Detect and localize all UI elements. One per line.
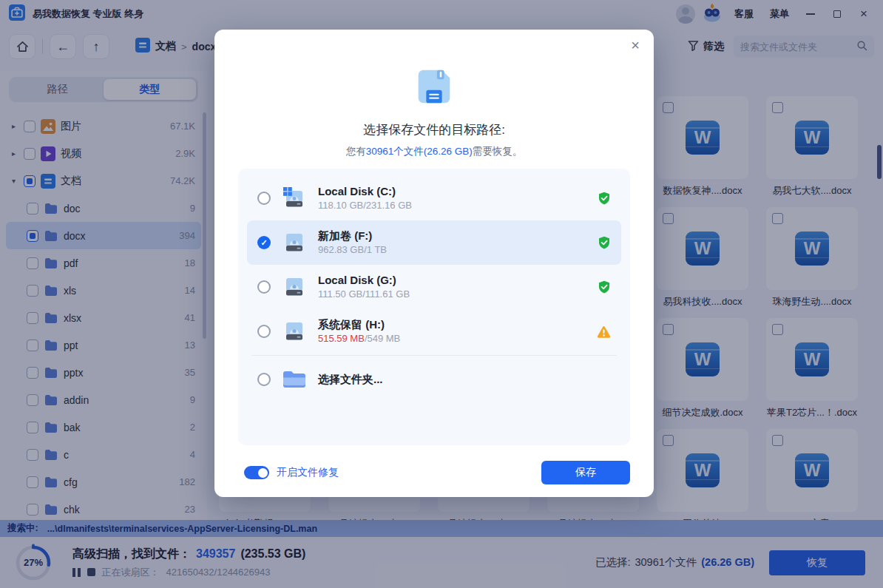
radio-button[interactable] [257,325,271,338]
radio-button[interactable] [257,373,271,386]
radio-button[interactable] [257,280,271,294]
drive-size: 118.10 GB/231.16 GB [318,199,412,212]
drive-total-space: /1 TB [364,244,387,255]
drive-icon [282,276,307,298]
shield-ok-icon [598,236,611,249]
dialog-footer: 开启文件修复 保存 [244,460,630,485]
drive-list: Local Disk (C:)118.10 GB/231.16 GB✓新加卷 (… [238,169,630,445]
save-button[interactable]: 保存 [541,461,630,484]
drive-size: 111.50 GB/111.61 GB [318,288,410,301]
file-repair-toggle-group: 开启文件修复 [244,466,339,479]
drive-free-space: 111.50 GB [318,288,362,300]
subtitle-suffix: 需要恢复。 [473,146,523,157]
drive-name: 选择文件夹... [318,372,383,387]
divider [251,355,617,356]
drive-option-4[interactable]: 系统保留 (H:)515.59 MB/549 MB [247,309,621,354]
drive-size: 962.83 GB/1 TB [318,243,387,257]
floppy-disk-icon [411,64,457,112]
save-destination-dialog: × 选择保存文件的目标路径: 您有30961个文件(26.26 GB)需要恢复。… [214,30,654,497]
dialog-close-icon[interactable]: × [626,36,645,55]
drive-total-space: /111.61 GB [362,288,410,300]
drive-info: 选择文件夹... [318,372,383,387]
drive-info: 新加卷 (F:)962.83 GB/1 TB [318,229,387,256]
shield-ok-icon [598,280,611,294]
drive-free-space: 962.83 GB [318,244,364,255]
folder-icon [282,369,307,390]
subtitle-highlight: 30961个文件(26.26 GB) [366,146,473,157]
drive-free-space: 118.10 GB [318,200,363,211]
drive-option-5[interactable]: 选择文件夹... [247,357,621,402]
drive-info: Local Disk (G:)111.50 GB/111.61 GB [318,273,410,300]
drive-info: 系统保留 (H:)515.59 MB/549 MB [318,317,400,345]
drive-icon [282,187,307,209]
drive-option-3[interactable]: Local Disk (G:)111.50 GB/111.61 GB [247,265,621,309]
drive-name: 新加卷 (F:) [318,229,387,243]
drive-name: Local Disk (G:) [318,273,410,288]
subtitle-prefix: 您有 [346,146,366,157]
drive-option-1[interactable]: Local Disk (C:)118.10 GB/231.16 GB [247,176,621,220]
warning-icon [597,325,611,338]
drive-name: 系统保留 (H:) [318,317,400,332]
drive-total-space: /549 MB [365,333,400,344]
radio-button[interactable]: ✓ [257,236,271,249]
drive-icon [282,232,307,254]
dialog-subtitle: 您有30961个文件(26.26 GB)需要恢复。 [214,145,654,158]
file-repair-toggle[interactable] [244,466,269,479]
file-repair-label: 开启文件修复 [277,466,339,479]
drive-free-space: 515.59 MB [318,333,365,344]
drive-size: 515.59 MB/549 MB [318,332,400,345]
radio-button[interactable] [257,192,271,205]
dialog-title: 选择保存文件的目标路径: [214,121,654,138]
drive-option-2[interactable]: ✓新加卷 (F:)962.83 GB/1 TB [247,220,621,265]
drive-icon [282,320,307,342]
shield-ok-icon [598,192,611,205]
drive-total-space: /231.16 GB [363,200,412,211]
drive-info: Local Disk (C:)118.10 GB/231.16 GB [318,184,412,212]
drive-name: Local Disk (C:) [318,184,412,199]
